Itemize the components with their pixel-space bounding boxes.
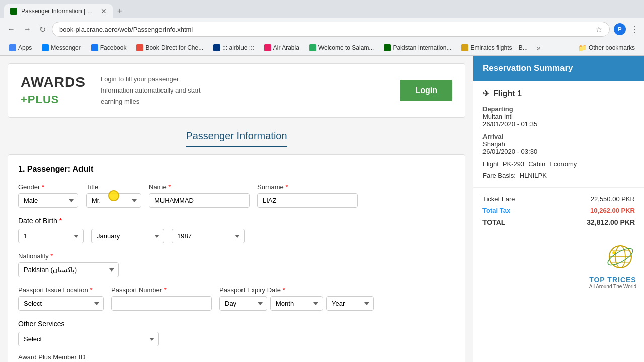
- name-label: Name *: [149, 183, 250, 191]
- departing-airport: Multan Intl: [482, 113, 635, 120]
- passport-number-label: Passport Number *: [111, 286, 212, 294]
- tab-close-btn[interactable]: ✕: [101, 7, 107, 15]
- dob-day-select[interactable]: 1: [18, 229, 84, 243]
- gender-label: Gender *: [18, 183, 78, 191]
- total-label: TOTAL: [482, 218, 505, 226]
- logo-tagline: Login to fill your passenger Information…: [101, 74, 385, 107]
- bookmark-pia-icon: [384, 44, 391, 51]
- other-services-section: Other Services Select: [18, 320, 455, 346]
- plane-icon: ✈: [482, 88, 489, 98]
- more-bookmarks-button[interactable]: »: [534, 43, 544, 53]
- total-tax-label: Total Tax: [482, 207, 510, 214]
- active-tab[interactable]: Passenger Information | Pakistan... ✕: [4, 4, 113, 18]
- dob-year-select[interactable]: 1987: [172, 229, 245, 243]
- browser-menu-button[interactable]: ⋮: [630, 24, 639, 35]
- svg-point-6: [612, 251, 615, 254]
- award-member-label: Award Plus Member ID: [18, 353, 455, 361]
- passenger-heading-type: Adult: [73, 165, 94, 173]
- flight-title: ✈ Flight 1: [482, 88, 635, 98]
- bookmark-airblue[interactable]: ::: airblue :::: [209, 43, 258, 52]
- fare-section: Ticket Fare 22,550.00 PKR Total Tax 10,2…: [473, 188, 644, 238]
- logo-plus-text: +PLUS: [21, 93, 59, 106]
- page-title-bar: Passenger Information: [8, 125, 465, 154]
- surname-label: Surname *: [257, 183, 358, 191]
- arrival-airport: Sharjah: [482, 140, 635, 148]
- passport-expiry-label: Passport Expiry Date *: [219, 286, 374, 294]
- logo-header: AWARDS +PLUS Login to fill your passenge…: [8, 63, 465, 118]
- passport-number-input[interactable]: [111, 296, 212, 311]
- fare-basis-label: Fare Basis:: [482, 172, 516, 179]
- bookmark-bookdirect-icon: [136, 44, 143, 51]
- main-area: AWARDS +PLUS Login to fill your passenge…: [0, 56, 473, 362]
- address-text: book-pia.crane.aero/web/PassengerInfo.xh…: [59, 26, 591, 33]
- dob-month-select[interactable]: January: [91, 229, 164, 243]
- other-bookmarks[interactable]: 📁 Other bookmarks: [574, 43, 639, 53]
- profile-button[interactable]: P: [614, 23, 626, 35]
- passport-issue-group: Passport Issue Location * Select: [18, 286, 104, 311]
- top-trices-brand: TOP TRICES: [589, 276, 636, 284]
- passport-issue-label: Passport Issue Location *: [18, 286, 104, 294]
- new-tab-button[interactable]: +: [113, 4, 127, 18]
- top-trices-logo: TOP TRICES All Around The World: [589, 243, 636, 289]
- arrival-label: Arrival: [482, 133, 635, 140]
- page-title: Passenger Information: [186, 130, 287, 147]
- bookmark-apps[interactable]: Apps: [5, 43, 36, 52]
- total-value: 32,812.00 PKR: [587, 218, 635, 226]
- bookmark-airarabia[interactable]: Air Arabia: [260, 43, 303, 52]
- forward-button[interactable]: →: [21, 23, 33, 36]
- bookmark-bookdirect[interactable]: Book Direct for Che...: [132, 43, 207, 52]
- top-trices-globe-icon: [593, 243, 633, 276]
- passport-expiry-day-select[interactable]: Day: [219, 296, 267, 311]
- passport-expiry-month-select[interactable]: Month: [270, 296, 323, 311]
- address-bar-row: ← → ↻ book-pia.crane.aero/web/PassengerI…: [0, 18, 644, 40]
- dob-year-group: 1987: [172, 229, 245, 243]
- dob-label: Date of Birth *: [18, 217, 455, 225]
- tab-title: Passenger Information | Pakistan...: [21, 8, 97, 15]
- dob-month-group: January: [91, 229, 164, 243]
- name-group: Name *: [149, 183, 250, 208]
- passport-expiry-year-select[interactable]: Year: [326, 296, 374, 311]
- ticket-fare-label: Ticket Fare: [482, 195, 515, 203]
- bookmark-welcome[interactable]: Welcome to Salam...: [305, 43, 378, 52]
- passport-row: Passport Issue Location * Select Passpor…: [18, 286, 455, 311]
- total-row: TOTAL 32,812.00 PKR: [482, 218, 635, 226]
- title-select[interactable]: Mr. Mrs. Ms. Dr.: [86, 193, 141, 208]
- browser-chrome: Passenger Information | Pakistan... ✕ + …: [0, 0, 644, 56]
- arrival-group: Arrival Sharjah 26/01/2020 - 03:30: [482, 133, 635, 155]
- departing-label: Departing: [482, 105, 635, 113]
- back-button[interactable]: ←: [5, 23, 17, 36]
- refresh-button[interactable]: ↻: [37, 23, 48, 36]
- cabin-label: Cabin: [528, 160, 545, 168]
- form-row-personal: Gender * Male Female Title Mr. Mrs. Ms.: [18, 183, 455, 208]
- other-services-select[interactable]: Select: [18, 332, 159, 346]
- bookmarks-bar: Apps Messenger Facebook Book Direct for …: [0, 40, 644, 55]
- passport-issue-select[interactable]: Select: [18, 296, 104, 311]
- gender-select[interactable]: Male Female: [18, 193, 78, 208]
- bookmark-messenger-icon: [42, 44, 49, 51]
- reservation-sidebar: Reservation Summary ✈ Flight 1 Departing…: [473, 56, 644, 362]
- passport-expiry-group: Passport Expiry Date * Day Month Year: [219, 286, 374, 311]
- login-button[interactable]: Login: [400, 80, 452, 101]
- dob-day-group: 1: [18, 229, 84, 243]
- ticket-fare-row: Ticket Fare 22,550.00 PKR: [482, 195, 635, 203]
- bookmark-airarabia-icon: [264, 44, 271, 51]
- other-services-label: Other Services: [18, 320, 455, 328]
- bookmark-pia[interactable]: Pakistan Internation...: [380, 43, 455, 52]
- folder-icon: 📁: [578, 44, 587, 52]
- fare-basis-value: HLNILPK: [520, 172, 547, 179]
- award-member-section: Award Plus Member ID: [18, 353, 455, 362]
- reservation-summary-title: Reservation Summary: [473, 56, 644, 81]
- tab-bar: Passenger Information | Pakistan... ✕ +: [0, 0, 644, 18]
- name-input[interactable]: [149, 193, 250, 208]
- cabin-value: Economy: [549, 160, 577, 168]
- bookmark-messenger[interactable]: Messenger: [38, 43, 85, 52]
- fare-basis-row: Fare Basis: HLNILPK: [482, 172, 635, 179]
- bookmark-facebook[interactable]: Facebook: [87, 43, 131, 52]
- bookmark-emirates[interactable]: Emirates flights – B...: [457, 43, 531, 52]
- title-group: Title Mr. Mrs. Ms. Dr.: [86, 183, 141, 208]
- arrival-datetime: 26/01/2020 - 03:30: [482, 148, 635, 155]
- surname-input[interactable]: [257, 193, 358, 208]
- bookmark-star[interactable]: ☆: [595, 25, 602, 34]
- address-bar[interactable]: book-pia.crane.aero/web/PassengerInfo.xh…: [52, 22, 610, 37]
- nationality-select[interactable]: Pakistan (پاکستان): [18, 262, 119, 277]
